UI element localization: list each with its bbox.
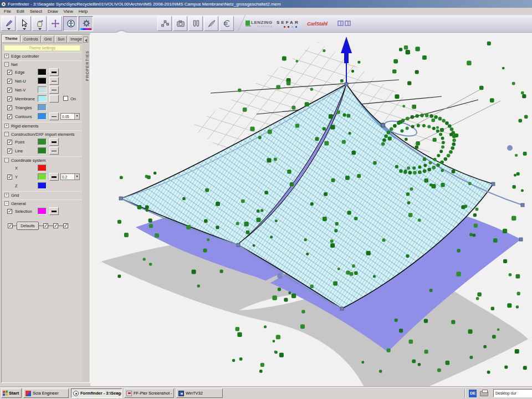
collapse-panel-arrow-icon[interactable] — [83, 37, 88, 43]
pan-tool-button[interactable] — [32, 16, 47, 31]
line-style-button-line[interactable] — [49, 147, 59, 155]
select-dropdown-arrow[interactable] — [23, 28, 26, 30]
gear-icon — [82, 19, 91, 28]
color-swatch-contours[interactable] — [38, 113, 47, 120]
tab-images[interactable]: Images — [68, 35, 83, 43]
tab-controls[interactable]: Controls — [21, 35, 41, 43]
move-tool-button[interactable] — [48, 16, 62, 31]
line-style-button-membrane[interactable] — [49, 95, 59, 103]
dropdown-arrow-icon[interactable]: ▾ — [74, 114, 79, 119]
defaults-row: Defaults — [2, 220, 82, 232]
group-header-coordinate-system[interactable]: −Coordinate system — [2, 156, 82, 163]
dropdown-arrow-icon[interactable]: ▾ — [74, 174, 79, 180]
checkbox-contours[interactable] — [7, 114, 12, 119]
pencil-dropdown-arrow[interactable] — [7, 28, 11, 30]
collapse-icon[interactable]: − — [4, 158, 9, 162]
defaults-checkbox-2[interactable] — [43, 223, 48, 228]
line-style-button-y[interactable] — [49, 173, 59, 181]
menu-view[interactable]: View — [61, 8, 76, 14]
color-swatch-point[interactable] — [38, 139, 47, 145]
color-swatch-triangles[interactable] — [38, 104, 47, 111]
dropdown-y[interactable]: 0.2▾ — [60, 173, 80, 180]
camera-tool-button[interactable] — [173, 16, 187, 31]
defaults-checkbox-1[interactable] — [8, 223, 13, 228]
checkbox-triangles[interactable] — [7, 105, 12, 110]
taskbar-task-scia-engineer[interactable]: Scia Engineer — [23, 388, 69, 398]
theme-settings-tool-button[interactable] — [79, 16, 93, 31]
line-sample-icon — [52, 81, 57, 81]
expand-icon[interactable]: + — [4, 124, 9, 128]
wintv-icon — [178, 391, 184, 396]
group-header-construction-dxf-import-elements[interactable]: −Construction/DXF import elements — [2, 130, 82, 137]
expand-icon[interactable]: + — [4, 54, 9, 58]
group-header-rigid-elements[interactable]: +Rigid elements — [2, 122, 82, 129]
checkbox-net-u[interactable] — [7, 79, 12, 84]
taskbar-task-wintv32[interactable]: WinTV32 — [176, 388, 223, 398]
binoculars-icon — [192, 19, 201, 28]
group-header-grid[interactable]: +Grid — [2, 191, 82, 198]
menu-edit[interactable]: Edit — [14, 8, 27, 14]
color-swatch-net-u[interactable] — [38, 78, 47, 84]
checkbox-line[interactable] — [7, 149, 12, 154]
taskbar-task-formfinder-3-seaga[interactable]: Formfinder - 3:\Seaga... — [71, 388, 122, 398]
checkbox-on[interactable] — [63, 96, 68, 101]
color-swatch-membrane[interactable] — [38, 95, 47, 102]
color-swatch-z[interactable] — [38, 182, 47, 189]
checkbox-membrane[interactable] — [7, 96, 12, 101]
viewport-3d[interactable] — [90, 33, 532, 387]
color-swatch-x[interactable] — [38, 165, 47, 171]
human-figure-tool-button[interactable] — [63, 16, 78, 31]
color-swatch-edge[interactable] — [38, 69, 47, 75]
color-swatch-line[interactable] — [38, 147, 47, 154]
defaults-button[interactable]: Defaults — [17, 222, 39, 230]
tab-theme[interactable]: Theme — [2, 35, 21, 42]
pan-dropdown-arrow[interactable] — [38, 28, 42, 30]
checkbox-edge[interactable] — [7, 70, 12, 75]
taskbar-task-ff-pier-screenshot-paint[interactable]: FF-Pier Screenshot - Paint — [124, 388, 174, 398]
printer-tray-icon[interactable] — [480, 391, 488, 396]
setting-row-edge: Edge — [2, 68, 82, 76]
group-header-edge-controller[interactable]: +Edge controller — [2, 52, 82, 59]
line-style-button-point[interactable] — [49, 138, 59, 146]
select-tool-button[interactable] — [17, 16, 31, 31]
setting-label: Contours — [15, 114, 32, 119]
group-header-general[interactable]: −General — [2, 200, 82, 207]
dropdown-contours[interactable]: 0.05▾ — [60, 113, 80, 120]
euro-tool-button[interactable] — [219, 16, 234, 31]
defaults-checkbox-4[interactable] — [63, 223, 68, 228]
tab-grid[interactable]: Grid — [42, 35, 54, 43]
collapse-icon[interactable]: − — [4, 62, 9, 66]
pencil-tool-button[interactable] — [1, 16, 16, 31]
line-style-button-selection[interactable] — [49, 207, 59, 215]
binoculars-tool-button[interactable] — [188, 16, 203, 31]
defaults-checkbox-3[interactable] — [53, 223, 58, 228]
collapse-icon[interactable]: − — [4, 201, 9, 206]
setting-label: Edge — [15, 70, 25, 75]
menu-help[interactable]: Help — [76, 8, 90, 14]
menu-file[interactable]: File — [1, 8, 14, 14]
checkbox-net-v[interactable] — [7, 88, 12, 93]
language-indicator[interactable]: DE — [469, 390, 477, 397]
color-swatch-net-v[interactable] — [38, 86, 47, 93]
checkbox-point[interactable] — [7, 140, 12, 145]
line-style-button-net-v[interactable] — [49, 86, 59, 94]
group-header-net[interactable]: −Net — [2, 60, 82, 68]
menu-select[interactable]: Select — [27, 8, 45, 14]
nodes-tool-button[interactable] — [157, 16, 172, 31]
line-style-button-edge[interactable] — [49, 68, 59, 76]
menu-draw[interactable]: Draw — [45, 8, 61, 14]
start-button[interactable]: Start — [1, 388, 22, 398]
color-swatch-selection[interactable] — [38, 208, 47, 214]
line-style-button-contours[interactable] — [49, 112, 59, 120]
title-bar[interactable]: Formfinder - 3:\Seagate Sync\SyncRecycle… — [0, 0, 532, 8]
tab-sun[interactable]: Sun — [55, 35, 67, 43]
checkbox-y[interactable] — [7, 175, 12, 180]
feather-tool-button[interactable] — [204, 16, 218, 31]
collapse-icon[interactable]: − — [4, 132, 9, 136]
line-style-button-net-u[interactable] — [49, 77, 59, 85]
expand-icon[interactable]: + — [4, 193, 9, 197]
sefar-logo: SEFAR — [277, 20, 300, 28]
desktop-search-box[interactable]: Desktop dur — [493, 389, 532, 397]
checkbox-selection[interactable] — [7, 209, 12, 214]
color-swatch-y[interactable] — [38, 173, 47, 180]
